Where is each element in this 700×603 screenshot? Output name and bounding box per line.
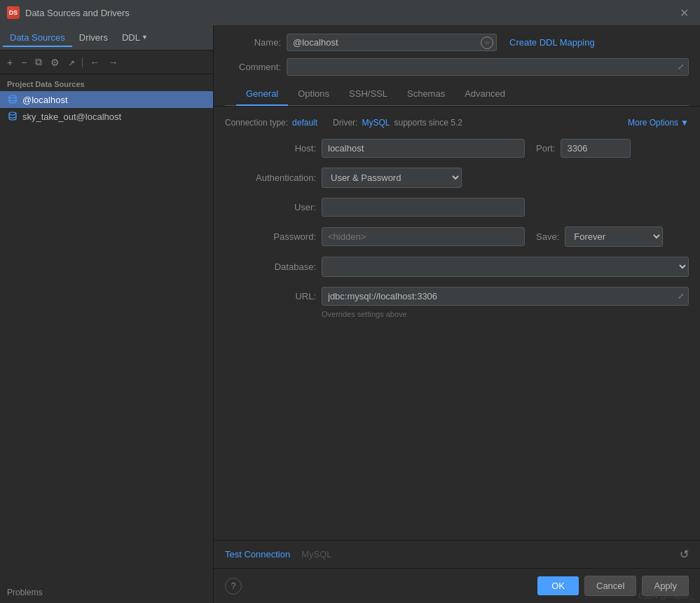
database-label: Database: [225,262,316,272]
problems-section[interactable]: Problems [0,582,213,603]
auth-select[interactable]: User & Password No auth Windows credenti… [322,168,462,188]
comment-row: Comment: ⤢ [225,58,689,76]
tab-bar: General Options SSH/SSL Schemas Advanced [225,83,689,106]
nav-back-button[interactable]: ← [87,55,102,69]
url-expand-button[interactable]: ⤢ [673,290,688,302]
url-label: URL: [225,291,316,302]
app-icon: DS [7,6,20,19]
url-row: URL: ⤢ [225,287,689,306]
name-row: Name: ○ Create DDL Mapping [225,34,689,51]
left-panel: Data Sources Drivers DDL ▼ + − ⧉ [0,25,214,603]
save-select[interactable]: Forever Until restart Never [565,226,663,247]
reset-button[interactable]: ↺ [680,548,689,561]
left-tab-bar: Data Sources Drivers DDL ▼ [0,25,213,50]
copy-button[interactable]: ⧉ [32,55,45,69]
host-label: Host: [225,143,316,154]
tab-advanced[interactable]: Advanced [455,83,515,106]
tab-options[interactable]: Options [288,83,339,106]
tab-data-sources[interactable]: Data Sources [3,29,72,47]
bottom-bar: Test Connection MySQL ↺ [214,540,700,568]
overrides-text: Overrides settings above [322,310,689,318]
tree-item-label-2: sky_take_out@localhost [22,111,121,122]
conn-type-label: Connection type: [225,118,288,128]
export-button[interactable]: ↗ [65,55,78,69]
driver-value[interactable]: MySQL [362,118,390,128]
ok-button[interactable]: OK [537,576,579,595]
chevron-down-icon: ▼ [680,118,689,128]
auth-label: Authentication: [225,172,316,183]
user-label: User: [225,202,316,212]
svg-point-1 [9,112,16,115]
driver-supports: supports since 5.2 [394,118,462,128]
title-bar: DS Data Sources and Drivers ✕ [0,0,700,25]
name-input-wrapper: ○ [287,34,497,51]
host-row: Host: Port: [225,139,689,158]
user-input[interactable] [322,198,525,217]
help-button[interactable]: ? [225,578,242,595]
connection-info: Connection type: default Driver: MySQL s… [225,118,689,128]
watermark: CSDN @Trazom_ [638,592,694,600]
save-label: Save: [536,231,559,242]
settings-button[interactable]: ⚙ [48,55,62,69]
form-content: Connection type: default Driver: MySQL s… [214,107,700,540]
driver-label: Driver: [333,118,357,128]
more-options-button[interactable]: More Options ▼ [628,118,689,128]
tab-general[interactable]: General [236,83,288,106]
port-label: Port: [536,143,555,154]
form-header: Name: ○ Create DDL Mapping Comment: ⤢ [214,25,700,107]
circle-button[interactable]: ○ [481,36,493,49]
mysql-label: MySQL [301,549,331,560]
user-row: User: [225,198,689,217]
close-button[interactable]: ✕ [675,5,693,21]
password-input[interactable] [322,227,525,246]
tab-drivers[interactable]: Drivers [72,29,115,47]
nav-forward-button[interactable]: → [105,55,121,69]
left-toolbar: + − ⧉ ⚙ ↗ ← → [0,50,213,74]
name-label: Name: [225,37,281,48]
database-row: Database: [225,257,689,277]
comment-input-wrapper: ⤢ [287,58,689,76]
remove-button[interactable]: − [18,55,29,69]
tab-ssh-ssl[interactable]: SSH/SSL [339,83,397,106]
dialog-title: Data Sources and Drivers [25,8,675,18]
url-input[interactable] [322,287,673,305]
db-icon [7,94,18,105]
chevron-down-icon: ▼ [142,34,148,41]
section-header: Project Data Sources [0,74,213,91]
password-row: Password: Save: Forever Until restart Ne… [225,226,689,247]
tree-item-label: @localhost [22,95,68,105]
toolbar-separator [82,57,83,67]
db-icon-2 [7,111,18,122]
database-select[interactable] [322,257,689,277]
url-wrapper: ⤢ [322,287,689,306]
tree-item-sky-take-out[interactable]: sky_take_out@localhost [0,108,213,125]
add-button[interactable]: + [4,55,15,69]
tab-schemas[interactable]: Schemas [397,83,455,106]
cancel-button[interactable]: Cancel [584,576,636,596]
tab-ddl[interactable]: DDL ▼ [115,29,155,47]
name-input[interactable] [287,34,481,50]
auth-row: Authentication: User & Password No auth … [225,168,689,188]
svg-point-0 [9,95,16,98]
port-input[interactable] [561,139,631,158]
test-connection-button[interactable]: Test Connection [225,549,290,560]
expand-comment-button[interactable]: ⤢ [673,61,688,73]
dialog-buttons: ? OK Cancel Apply [214,568,700,603]
password-label: Password: [225,231,316,242]
create-ddl-link[interactable]: Create DDL Mapping [509,37,595,48]
comment-input[interactable] [287,59,673,75]
host-input[interactable] [322,139,525,158]
right-panel: Name: ○ Create DDL Mapping Comment: ⤢ [214,25,700,603]
tree-item-localhost[interactable]: @localhost [0,91,213,108]
conn-type-value[interactable]: default [292,118,317,128]
comment-label: Comment: [225,62,281,72]
